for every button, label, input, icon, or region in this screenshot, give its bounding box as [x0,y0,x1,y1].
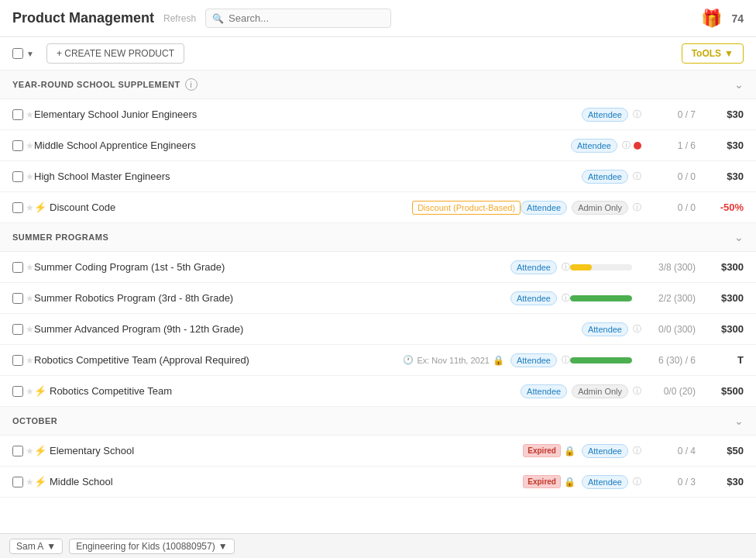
attendee-tag: Attendee [510,353,557,367]
bolt-icon: ⚡ [34,385,46,397]
select-chevron-icon[interactable]: ▼ [26,50,34,58]
user-label: Sam A [16,541,43,542]
section-header-summer[interactable]: SUMMER PROGRAMS ⌄ [0,223,756,252]
attendee-tag: Attendee [571,139,617,153]
row-checkbox-wrap: ★ [12,355,34,366]
info-icon[interactable]: ⓘ [633,323,641,335]
row-checkbox[interactable] [12,140,23,151]
star-icon[interactable]: ★ [26,262,34,273]
expiry-row: Expired🔒 [523,444,576,457]
product-name: ⚡Elementary School [34,445,523,456]
info-icon[interactable]: ⓘ [562,354,570,366]
info-icon[interactable]: ⓘ [633,108,641,120]
table-row: ★ Middle School Apprentice EngineersAtte… [0,130,756,161]
info-icon[interactable]: ⓘ [633,476,641,487]
star-icon[interactable]: ★ [26,477,34,487]
tools-button[interactable]: ToOLS ▼ [682,43,744,64]
price-col: $30 [705,170,744,182]
row-checkbox[interactable] [12,324,23,335]
row-checkbox[interactable] [12,386,23,397]
star-icon[interactable]: ★ [26,293,34,304]
product-name: ⚡Robotics Competitive Team [34,385,521,397]
product-name: High School Master Engineers [34,170,582,182]
count-col: 1 / 6 [641,140,696,151]
section-collapse-icon[interactable]: ⌄ [734,78,744,91]
count-col: 3/8 (300) [641,262,696,273]
info-icon[interactable]: ⓘ [633,445,641,456]
table-row: ★ ⚡Robotics Competitive TeamAttendeeAdmi… [0,376,756,407]
section-header-year-round[interactable]: YEAR-ROUND SCHOOL SUPPLEMENT i ⌄ [0,71,756,99]
row-checkbox[interactable] [12,355,23,366]
row-checkbox-wrap: ★ [12,109,34,120]
table-row: ★ ⚡Middle SchoolExpired🔒Attendeeⓘ0 / 3$3… [0,467,756,498]
select-all-checkbox[interactable] [12,48,23,59]
row-checkbox[interactable] [12,446,23,456]
section-title: SUMMER PROGRAMS [12,232,108,242]
info-icon[interactable]: ⓘ [562,292,570,304]
section-collapse-icon[interactable]: ⌄ [734,231,744,243]
row-checkbox-wrap: ★ [12,262,34,273]
count-col: 0 / 4 [641,446,696,456]
product-name: ⚡Middle School [34,476,523,487]
price-col: $300 [705,292,744,304]
content-area: YEAR-ROUND SCHOOL SUPPLEMENT i ⌄ ★ Eleme… [0,71,756,542]
row-checkbox[interactable] [12,262,23,273]
row-checkbox[interactable] [12,293,23,304]
star-icon[interactable]: ★ [26,386,34,397]
info-icon[interactable]: ⓘ [633,170,641,182]
tags-row: Attendeeⓘ [571,139,631,153]
search-input[interactable] [229,12,384,24]
info-icon[interactable]: ⓘ [633,385,641,397]
row-checkbox[interactable] [12,477,23,487]
table-row: ★ ⚡Elementary SchoolExpired🔒Attendeeⓘ0 /… [0,436,756,467]
star-icon[interactable]: ★ [26,446,34,456]
attendee-tag: Attendee [582,444,628,458]
info-icon[interactable]: ⓘ [562,261,570,273]
toolbar: ▼ + CREATE NEW PRODUCT ToOLS ▼ [0,37,756,71]
count-col: 6 (30) / 6 [641,355,696,366]
price-col: -50% [705,202,744,213]
row-checkbox-wrap: ★ [12,446,34,456]
expiry-text: Ex: Nov 11th, 2021 [417,356,490,365]
tags-row: AttendeeAdmin Onlyⓘ [521,201,641,215]
progress-bar-wrap [570,295,632,301]
count-col: 2/2 (300) [641,293,696,304]
row-checkbox-wrap: ★ [12,324,34,335]
star-icon[interactable]: ★ [26,171,34,182]
table-row: ★ Robotics Competitive Team (Approval Re… [0,345,756,376]
star-icon[interactable]: ★ [26,109,34,120]
create-product-button[interactable]: + CREATE NEW PRODUCT [46,43,184,64]
lock-icon: 🔒 [564,477,576,487]
gift-icon: 🎁 [701,9,722,29]
section-header-october[interactable]: OCTOBER ⌄ [0,407,756,436]
star-icon[interactable]: ★ [26,324,34,335]
search-box: 🔍 [205,9,391,28]
bolt-icon: ⚡ [34,476,46,487]
info-icon[interactable]: ⓘ [622,140,631,151]
expiry-row: 🕐Ex: Nov 11th, 2021🔒 [403,355,504,366]
table-row: ★ Summer Coding Program (1st - 5th Grade… [0,252,756,283]
row-checkbox[interactable] [12,171,23,182]
product-name: ⚡Discount Code [34,202,412,213]
star-icon[interactable]: ★ [26,202,34,213]
table-row: ★ High School Master EngineersAttendeeⓘ0… [0,161,756,192]
section-collapse-icon[interactable]: ⌄ [734,415,744,427]
row-checkbox-wrap: ★ [12,171,34,182]
org-selector[interactable]: Engineering for Kids (100880957) ▼ [69,539,234,542]
row-checkbox-wrap: ★ [12,477,34,487]
row-checkbox[interactable] [12,109,23,120]
row-checkbox-wrap: ★ [12,386,34,397]
product-name: Elementary School Junior Engineers [34,108,582,120]
progress-bar-wrap [570,264,632,270]
row-checkbox[interactable] [12,202,23,213]
price-col: T [705,354,744,366]
star-icon[interactable]: ★ [26,355,34,366]
refresh-button[interactable]: Refresh [163,13,196,24]
tags-row: Attendeeⓘ [582,322,641,336]
star-icon[interactable]: ★ [26,140,34,151]
count-col: 0/0 (20) [641,386,696,397]
notification-count: 74 [731,12,744,25]
tags-row: Attendeeⓘ [510,291,570,305]
user-selector[interactable]: Sam A ▼ [9,539,63,542]
info-icon[interactable]: ⓘ [633,202,641,213]
